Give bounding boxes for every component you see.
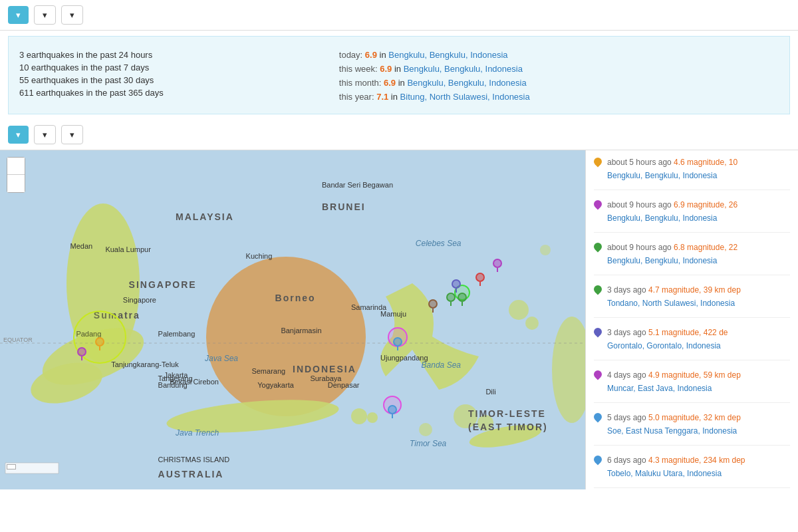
- eq-map-marker[interactable]: [428, 299, 438, 313]
- pin-circle: [452, 279, 461, 289]
- info-stat: 10 earthquakes in the past 7 days: [19, 63, 313, 72]
- eq-time: about 9 hours ago: [607, 243, 674, 252]
- info-stat: 55 earthquakes in the past 30 days: [19, 75, 313, 85]
- eq-time: 4 days ago: [607, 370, 648, 380]
- svg-point-7: [525, 317, 539, 330]
- nearby-places-button-2[interactable]: [61, 125, 83, 144]
- list-item: about 5 hours ago 4.6 magnitude, 10 Beng…: [594, 156, 790, 190]
- eq-text: about 9 hours ago 6.9 magnitude, 26 Beng…: [607, 198, 790, 224]
- svg-point-4: [206, 257, 366, 416]
- largest-eq-row: this year: 7.1 in Bitung, North Sulawesi…: [339, 92, 779, 102]
- eq-location: Bengkulu, Bengkulu, Indonesia: [607, 211, 790, 225]
- pin-container: [428, 299, 438, 313]
- map-controls: [7, 157, 25, 193]
- nearby-places-button-1[interactable]: [61, 5, 83, 25]
- eq-text: 3 days ago 4.7 magnitude, 39 km dep Tond…: [607, 283, 790, 309]
- eq-map-marker[interactable]: [475, 273, 485, 286]
- filter-magnitude-button-2[interactable]: [34, 125, 56, 144]
- eq-location-link[interactable]: Bengkulu, Bengkulu, Indonesia: [407, 78, 526, 88]
- eq-time: 3 days ago: [607, 328, 648, 337]
- largest-eq-row: this month: 6.9 in Bengkulu, Bengkulu, I…: [339, 78, 779, 88]
- eq-time-label: this week:: [339, 64, 378, 74]
- eq-location-link[interactable]: Soe, East Nusa Tenggara, Indonesia: [607, 426, 737, 436]
- eq-location-link[interactable]: Tondano, North Sulawesi, Indonesia: [607, 299, 735, 308]
- list-item: about 9 hours ago 6.8 magnitude, 22 Beng…: [594, 241, 790, 275]
- pin-container: [475, 273, 485, 286]
- pin-container: [493, 259, 502, 272]
- eq-text: about 5 hours ago 4.6 magnitude, 10 Beng…: [607, 156, 790, 182]
- eq-map-marker[interactable]: [446, 293, 456, 306]
- info-largest: today: 6.9 in Bengkulu, Bengkulu, Indone…: [339, 50, 779, 102]
- eq-list-pin: [593, 199, 604, 210]
- list-item: 4 days ago 4.9 magnitude, 59 km dep Munc…: [594, 368, 790, 403]
- pin-container: [388, 405, 397, 418]
- eq-location-link[interactable]: Bitung, North Sulawesi, Indonesia: [400, 92, 530, 102]
- info-left: 3 earthquakes in the past 24 hours10 ear…: [19, 45, 313, 106]
- pin-container: [95, 337, 104, 350]
- eq-list: about 5 hours ago 4.6 magnitude, 10 Beng…: [594, 156, 790, 489]
- eq-location-link[interactable]: Gorontalo, Gorontalo, Indonesia: [607, 341, 721, 350]
- eq-magnitude: 6.9: [365, 50, 377, 60]
- zoom-in-button[interactable]: [7, 158, 25, 175]
- eq-map-marker[interactable]: [388, 405, 397, 418]
- pin-line: [81, 356, 82, 360]
- eq-map-marker[interactable]: [393, 337, 402, 350]
- eq-location-link[interactable]: Bengkulu, Bengkulu, Indonesia: [607, 171, 717, 180]
- pin-circle: [458, 293, 467, 302]
- svg-point-11: [454, 404, 477, 428]
- svg-point-9: [351, 408, 367, 424]
- pin-line: [432, 309, 434, 313]
- pin-line: [392, 414, 393, 418]
- sorted-button-2[interactable]: [8, 126, 29, 144]
- eq-text: 4 days ago 4.9 magnitude, 59 km dep Munc…: [607, 368, 790, 394]
- zoom-out-button[interactable]: [7, 175, 25, 192]
- largest-eq-row: this week: 6.9 in Bengkulu, Bengkulu, In…: [339, 64, 779, 74]
- eq-map-marker[interactable]: [452, 279, 461, 293]
- eq-magnitude: 6.9: [384, 78, 396, 88]
- eq-location-link[interactable]: Muncar, East Java, Indonesia: [607, 384, 712, 393]
- eq-map-marker[interactable]: [77, 347, 86, 360]
- eq-list-pin: [593, 454, 604, 466]
- pin-circle: [428, 299, 438, 309]
- eq-details: 6.9 magnitude, 26: [674, 200, 737, 209]
- pin-circle: [446, 293, 456, 302]
- pin-line: [479, 282, 481, 286]
- eq-location-link[interactable]: Bengkulu, Bengkulu, Indonesia: [404, 64, 523, 74]
- sorted-button-1[interactable]: [8, 6, 29, 24]
- filter-magnitude-button-1[interactable]: [34, 5, 56, 25]
- eq-location-link[interactable]: Bengkulu, Bengkulu, Indonesia: [388, 50, 507, 60]
- eq-text: about 9 hours ago 6.8 magnitude, 22 Beng…: [607, 241, 790, 267]
- map-container[interactable]: EQUATOR MALAYSIABRUNEISINGAPOREINDONESIA…: [0, 150, 585, 489]
- eq-time-label: today:: [339, 50, 362, 60]
- eq-location-link[interactable]: Bengkulu, Bengkulu, Indonesia: [607, 256, 717, 265]
- eq-time-label: this month:: [339, 78, 382, 88]
- pin-circle: [493, 259, 502, 268]
- eq-location-link[interactable]: Tobelo, Maluku Utara, Indonesia: [607, 469, 722, 478]
- info-right: today: 6.9 in Bengkulu, Bengkulu, Indone…: [339, 45, 779, 106]
- eq-details: 4.9 magnitude, 59 km dep: [648, 370, 741, 380]
- svg-point-12: [477, 415, 493, 431]
- eq-map-marker[interactable]: [458, 293, 467, 306]
- eq-location-link[interactable]: Bengkulu, Bengkulu, Indonesia: [607, 213, 717, 223]
- toolbar-1: [0, 0, 798, 31]
- eq-location: Gorontalo, Gorontalo, Indonesia: [607, 339, 790, 352]
- main-content: EQUATOR MALAYSIABRUNEISINGAPOREINDONESIA…: [0, 150, 798, 489]
- eq-details: 4.3 magnitude, 234 km dep: [648, 456, 745, 465]
- eq-list-pin: [593, 327, 604, 338]
- eq-time: about 9 hours ago: [607, 200, 674, 209]
- largest-eq-row: today: 6.9 in Bengkulu, Bengkulu, Indone…: [339, 50, 779, 60]
- list-item: 6 days ago 4.3 magnitude, 234 km dep Tob…: [594, 454, 790, 488]
- eq-location: Soe, East Nusa Tenggara, Indonesia: [607, 424, 790, 438]
- list-item: 3 days ago 5.1 magnitude, 422 de Goronta…: [594, 326, 790, 360]
- info-stats: 3 earthquakes in the past 24 hours10 ear…: [19, 50, 313, 98]
- eq-map-marker[interactable]: [95, 337, 104, 350]
- pin-line: [456, 289, 457, 293]
- pin-circle: [393, 337, 402, 346]
- pin-container: [77, 347, 86, 360]
- eq-text: 6 days ago 4.3 magnitude, 234 km dep Tob…: [607, 454, 790, 479]
- info-stat: 3 earthquakes in the past 24 hours: [19, 50, 313, 60]
- eq-map-marker[interactable]: [493, 259, 502, 272]
- pin-line: [462, 302, 463, 306]
- svg-point-10: [367, 412, 378, 423]
- eq-text: 5 days ago 5.0 magnitude, 32 km dep Soe,…: [607, 411, 790, 437]
